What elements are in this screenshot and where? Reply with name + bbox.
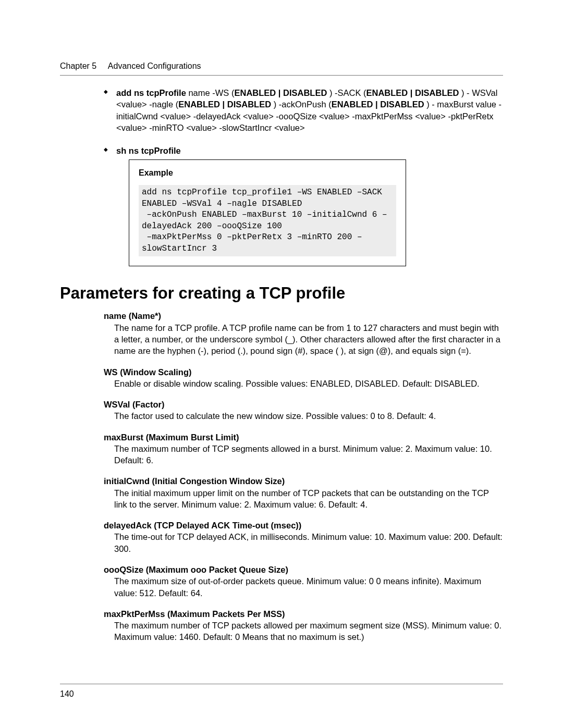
param-desc: The maximum number of TCP packets allowe… <box>114 620 503 643</box>
page: Chapter 5 Advanced Configurations add ns… <box>0 0 563 728</box>
param-title: maxPktPerMss (Maximum Packets Per MSS) <box>104 608 503 620</box>
param-title: name (Name*) <box>104 310 503 322</box>
cmd-sh: sh ns tcpProfile <box>116 146 181 155</box>
page-number: 140 <box>60 689 74 699</box>
param-maxpktpermss: maxPktPerMss (Maximum Packets Per MSS) T… <box>104 608 503 643</box>
example-label: Example <box>139 167 396 179</box>
param-desc: Enable or disable window scaling. Possib… <box>114 378 503 389</box>
param-desc: The time-out for TCP delayed ACK, in mil… <box>114 531 503 554</box>
param-delayedack: delayedAck (TCP Delayed ACK Time-out (ms… <box>104 520 503 554</box>
param-oooqsize: oooQSize (Maximum ooo Packet Queue Size)… <box>104 564 503 599</box>
header-rule <box>60 75 503 76</box>
param-title: maxBurst (Maximum Burst Limit) <box>104 431 503 443</box>
param-title: oooQSize (Maximum ooo Packet Queue Size) <box>104 564 503 575</box>
param-desc: The maximum number of TCP segments allow… <box>114 443 503 466</box>
param-initialcwnd: initialCwnd (Initial Congestion Window S… <box>104 475 503 510</box>
running-header: Chapter 5 Advanced Configurations <box>60 61 503 71</box>
footer-rule <box>60 684 503 684</box>
body-column: add ns tcpProfile name -WS (ENABLED | DI… <box>104 87 503 266</box>
example-box: Example add ns tcpProfile tcp_profile1 –… <box>129 159 406 266</box>
param-desc: The maximum size of out-of-order packets… <box>114 575 503 599</box>
param-title: initialCwnd (Initial Congestion Window S… <box>104 475 503 487</box>
chapter-label: Chapter 5 <box>60 61 96 70</box>
param-title: WS (Window Scaling) <box>104 366 503 378</box>
param-title: delayedAck (TCP Delayed ACK Time-out (ms… <box>104 520 503 531</box>
params-column: name (Name*) The name for a TCP profile.… <box>104 310 503 643</box>
param-ws: WS (Window Scaling) Enable or disable wi… <box>104 366 503 390</box>
param-name: name (Name*) The name for a TCP profile.… <box>104 310 503 356</box>
bullet-list: add ns tcpProfile name -WS (ENABLED | DI… <box>104 87 503 266</box>
param-maxburst: maxBurst (Maximum Burst Limit) The maxim… <box>104 431 503 466</box>
section-heading: Parameters for creating a TCP profile <box>60 284 503 303</box>
bullet-item-add: add ns tcpProfile name -WS (ENABLED | DI… <box>104 87 503 133</box>
chapter-title: Advanced Configurations <box>108 61 201 70</box>
example-code: add ns tcpProfile tcp_profile1 –WS ENABL… <box>139 185 396 257</box>
cmd-add: add ns tcpProfile <box>116 88 186 97</box>
bullet-item-sh: sh ns tcpProfile Example add ns tcpProfi… <box>104 145 503 266</box>
param-desc: The name for a TCP profile. A TCP profil… <box>114 322 503 357</box>
param-desc: The factor used to calculate the new win… <box>114 410 503 422</box>
param-wsval: WSVal (Factor) The factor used to calcul… <box>104 399 503 422</box>
param-desc: The initial maximum upper limit on the n… <box>114 487 503 511</box>
param-title: WSVal (Factor) <box>104 399 503 410</box>
